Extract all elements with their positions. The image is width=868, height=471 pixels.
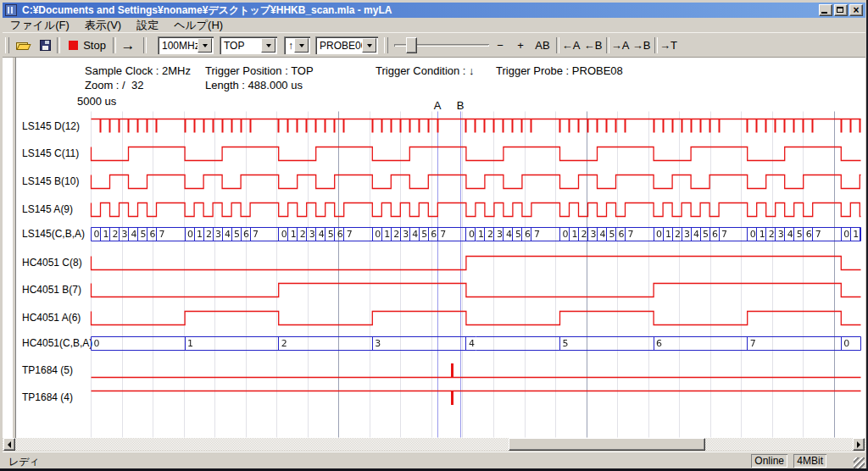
arrow-right-icon (857, 441, 860, 448)
scroll-right-button[interactable] (853, 438, 865, 451)
arrow-left-icon (8, 441, 11, 448)
status-bar: レディ Online 4MBit (3, 452, 865, 469)
app-window: C:¥Documents and Settings¥noname¥デスクトップ¥… (0, 0, 868, 471)
waveform-plot[interactable] (0, 0, 868, 471)
resize-grip-icon[interactable] (854, 457, 865, 468)
status-ready-text: レディ (8, 455, 40, 469)
status-memory-badge: 4MBit (793, 454, 826, 468)
horizontal-scrollbar[interactable] (3, 438, 865, 451)
scroll-left-button[interactable] (3, 438, 15, 451)
status-online-badge: Online (751, 454, 787, 468)
scrollbar-thumb[interactable] (509, 438, 705, 451)
